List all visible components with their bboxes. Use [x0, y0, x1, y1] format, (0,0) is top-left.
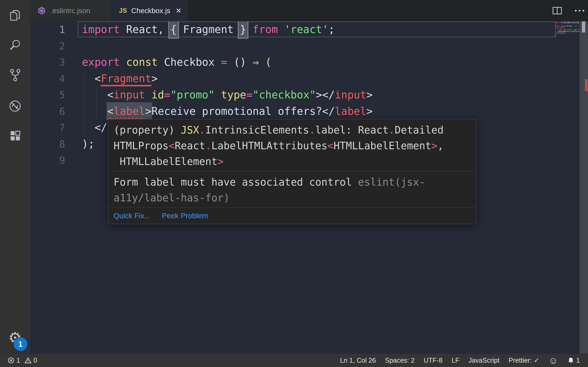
code-token: type: [215, 89, 246, 101]
warning-count: 0: [34, 357, 37, 364]
code-line[interactable]: import React, { Fragment } from 'react';: [82, 21, 554, 38]
code-token: Fragment: [558, 33, 565, 34]
code-token: </: [82, 121, 107, 133]
close-tab-icon[interactable]: ✕: [175, 7, 182, 15]
code-line[interactable]: <input id="promo" type="checkbox"></inpu…: [82, 87, 554, 103]
code-token: >: [151, 72, 158, 84]
source-control-icon[interactable]: [0, 65, 30, 85]
line-number[interactable]: 5: [30, 87, 65, 103]
eslint-icon: [37, 6, 46, 15]
code-token: Form label must have associated control: [113, 176, 358, 188]
status-line-col[interactable]: Ln 1, Col 26: [336, 354, 380, 367]
code-token: "promo": [566, 29, 572, 31]
scrollbar-thumb[interactable]: [582, 21, 585, 33]
code-token: HTMLLabelElement: [113, 156, 217, 167]
code-token: from: [246, 23, 284, 35]
hover-eslint-message: Form label must have associated control …: [108, 171, 476, 208]
hover-type-info: (property) JSX.IntrinsicElements.label: …: [108, 119, 476, 171]
indent-guide: [84, 87, 84, 103]
code-token: from: [577, 22, 579, 23]
code-token: >: [366, 89, 373, 101]
code-token: =: [221, 56, 234, 68]
code-token: IntrinsicElements: [205, 124, 309, 136]
notifications-bell[interactable]: 1: [563, 354, 585, 367]
code-token: =: [164, 89, 171, 101]
code-token: >: [565, 33, 566, 34]
minimap-line: import React, { Fragment } from 'react';: [555, 22, 579, 23]
feedback-smiley-icon[interactable]: ☺: [544, 354, 563, 367]
line-number[interactable]: 1: [30, 21, 65, 38]
line-number[interactable]: 4: [30, 70, 65, 87]
minimap-line: <input id="promo" type="checkbox"></inpu…: [555, 29, 579, 31]
code-line[interactable]: <Fragment>: [82, 70, 554, 87]
code-token: );: [82, 138, 95, 150]
code-token: import: [82, 23, 120, 35]
code-token: .: [205, 140, 211, 152]
tooltip-row: HTMLProps<React.LabelHTMLAttributes<HTML…: [113, 138, 471, 154]
status-indentation[interactable]: Spaces: 2: [380, 354, 419, 367]
line-number[interactable]: 8: [30, 136, 65, 152]
line-number[interactable]: 3: [30, 54, 65, 70]
code-token: >: [366, 105, 373, 117]
status-language-mode[interactable]: JavaScript: [464, 354, 504, 367]
scrollbar-gutter[interactable]: [579, 21, 588, 354]
explorer-icon[interactable]: [0, 5, 30, 26]
code-token: eslint(jsx-: [358, 176, 425, 188]
status-prettier[interactable]: Prettier: ✓: [504, 354, 544, 367]
code-token-group: Fragment: [101, 72, 151, 84]
settings-gear-icon[interactable]: ⚙1: [0, 327, 30, 348]
tab-checkbox-js[interactable]: JS Checkbox.js ✕: [112, 0, 189, 21]
code-token: Fragment: [557, 27, 564, 29]
code-token: =: [573, 25, 575, 27]
quick-fix-link[interactable]: Quick Fix...: [113, 212, 150, 220]
code-line[interactable]: <label>Receive promotional offers?</labe…: [82, 103, 554, 119]
code-token: HTMLProps: [113, 140, 169, 152]
settings-badge: 1: [14, 337, 27, 351]
indent-guide: [96, 87, 97, 103]
status-encoding[interactable]: UTF-8: [419, 354, 447, 367]
line-number[interactable]: 7: [30, 119, 65, 136]
editor[interactable]: 123456789 import React, { Fragment } fro…: [30, 21, 588, 354]
code-token: input: [113, 89, 145, 101]
overview-error-marker: [585, 79, 588, 91]
minimap-line: <Fragment>: [555, 27, 579, 29]
code-token: "checkbox": [578, 29, 579, 31]
code-token-group: Fragment: [557, 27, 564, 29]
warning-icon: [24, 357, 32, 364]
debug-icon[interactable]: [0, 96, 30, 117]
minimap-line: </Fragment>: [555, 33, 579, 34]
search-icon[interactable]: [0, 34, 30, 55]
code-token: >: [217, 156, 224, 167]
code-token: 'react': [284, 23, 329, 35]
minimap[interactable]: import React, { Fragment } from 'react';…: [555, 22, 579, 38]
code-token: ⇒: [252, 56, 259, 68]
line-number[interactable]: 2: [30, 38, 65, 54]
minimap-line: [555, 23, 579, 25]
tab-eslintrc-json[interactable]: .eslintrc.json: [30, 0, 112, 21]
extensions-icon[interactable]: [0, 125, 30, 146]
line-number-gutter: 123456789: [30, 21, 65, 168]
code-token: ,: [438, 140, 444, 152]
code-line[interactable]: export const Checkbox = () ⇒ (: [82, 54, 554, 70]
files-icon: [8, 8, 22, 22]
tooltip-row: (property) JSX.IntrinsicElements.label: …: [113, 122, 471, 138]
code-token: input: [559, 29, 563, 31]
status-eol[interactable]: LF: [447, 354, 464, 367]
problems-indicator[interactable]: 1 0: [3, 354, 42, 367]
code-token: (property): [113, 124, 181, 136]
more-actions-icon[interactable]: [574, 6, 585, 15]
code-token: a11y/label-has-for): [113, 192, 230, 204]
code-line[interactable]: [82, 38, 554, 54]
code-token: label: [335, 105, 366, 117]
peek-problem-link[interactable]: Peek Problem: [162, 212, 208, 220]
indent-guide: [84, 119, 84, 136]
code-token: Receive promotional offers?</: [564, 31, 579, 32]
split-editor-icon[interactable]: [552, 6, 562, 15]
code-token: (: [578, 25, 579, 27]
code-token: export: [555, 25, 561, 27]
code-token-group: >: [144, 102, 152, 120]
line-number[interactable]: 6: [30, 103, 65, 119]
code-token: .: [199, 124, 205, 136]
code-token: Detailed: [395, 124, 443, 136]
line-number[interactable]: 9: [30, 152, 65, 168]
